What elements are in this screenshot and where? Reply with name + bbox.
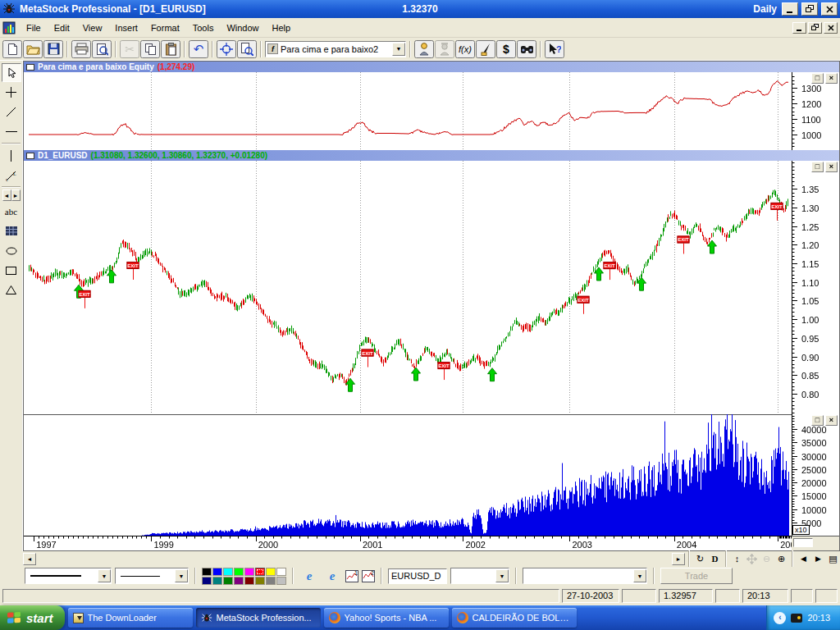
internet-explorer-button-2[interactable]: e xyxy=(322,567,342,585)
taskbar-task-1[interactable]: MetaStock Profession... xyxy=(196,608,321,628)
combo-dropdown-arrow[interactable]: ▼ xyxy=(175,569,188,582)
semilog-scale-tool[interactable]: sL xyxy=(2,166,21,185)
menu-item-format[interactable]: Format xyxy=(144,20,186,36)
palette-color-808080[interactable] xyxy=(266,577,276,585)
palette-color-ffffff[interactable] xyxy=(276,568,286,576)
taskbar-task-2[interactable]: Yahoo! Sports - NBA ... xyxy=(324,608,449,628)
zoom-find-button[interactable] xyxy=(237,40,257,58)
equity-plot[interactable] xyxy=(24,72,792,150)
paste-button[interactable] xyxy=(161,40,180,58)
palette-color-800000[interactable] xyxy=(244,577,254,585)
refresh-button[interactable]: ↻ xyxy=(693,552,707,565)
combo-dropdown-arrow[interactable]: ▼ xyxy=(495,569,509,582)
scroll-right-button[interactable]: ► xyxy=(672,553,685,565)
pane-collapse-box[interactable] xyxy=(26,64,34,71)
menu-item-insert[interactable]: Insert xyxy=(108,20,144,36)
next-chart-button[interactable]: ▶ xyxy=(811,552,825,565)
downloader-button[interactable]: $ xyxy=(496,40,516,58)
menu-item-file[interactable]: File xyxy=(20,20,48,36)
taskbar-task-0[interactable]: The DownLoader xyxy=(68,608,193,628)
trendline-tool[interactable] xyxy=(2,103,21,121)
step-right-button[interactable]: ► xyxy=(11,189,21,201)
crosshair-tool[interactable] xyxy=(2,83,21,102)
tray-app-icon[interactable] xyxy=(791,614,802,623)
copy-button[interactable] xyxy=(140,40,160,58)
palette-color-ff00ff[interactable] xyxy=(244,568,254,576)
layout-page-2-button[interactable]: 2 xyxy=(362,570,375,582)
close-button[interactable] xyxy=(821,2,838,16)
palette-color-808000[interactable] xyxy=(255,577,265,585)
step-left-button[interactable]: ◄ xyxy=(2,189,11,201)
menu-item-edit[interactable]: Edit xyxy=(48,20,76,36)
equity-pane-header[interactable]: Para cima e para baixo Equity (1,274.29) xyxy=(24,62,839,72)
undo-button[interactable]: ↶ xyxy=(189,40,208,58)
save-button[interactable] xyxy=(43,40,63,58)
combo-dropdown-arrow[interactable]: ▼ xyxy=(98,569,111,582)
rectangle-tool[interactable] xyxy=(2,261,21,280)
new-chart-button[interactable] xyxy=(2,40,22,58)
context-help-button[interactable]: ? xyxy=(545,40,564,58)
line-style-combo[interactable]: ▼ xyxy=(25,568,112,584)
crosshair-pointer-button[interactable] xyxy=(217,40,236,58)
start-button[interactable]: start xyxy=(0,605,65,630)
print-preview-button[interactable] xyxy=(92,40,112,58)
menu-item-window[interactable]: Window xyxy=(220,20,265,36)
child-restore-button[interactable] xyxy=(808,22,822,34)
expert-advisor-button[interactable] xyxy=(414,40,434,58)
horizontal-line-tool[interactable] xyxy=(2,122,21,141)
palette-color-008000[interactable] xyxy=(223,577,233,585)
line-weight-combo[interactable]: ▼ xyxy=(115,568,189,584)
order-type-combo[interactable]: ▼ xyxy=(450,568,509,584)
print-button[interactable] xyxy=(71,40,91,58)
palette-color-00ff00[interactable] xyxy=(234,568,244,576)
indicator-builder-button[interactable]: f(x) xyxy=(455,40,475,58)
triangle-tool[interactable] xyxy=(2,281,21,299)
pane-maximize-button[interactable]: □ xyxy=(811,73,824,84)
palette-color-ff0000[interactable] xyxy=(255,568,265,576)
child-minimize-button[interactable] xyxy=(792,22,806,34)
text-tool[interactable]: abc xyxy=(2,202,21,221)
menu-item-tools[interactable]: Tools xyxy=(186,20,221,36)
scroll-left-button[interactable]: ◄ xyxy=(23,553,36,565)
pointer-tool[interactable] xyxy=(2,63,21,82)
symbol-input[interactable]: EURUSD_D xyxy=(388,568,447,584)
pane-close-button[interactable]: × xyxy=(825,415,838,426)
palette-color-ffff00[interactable] xyxy=(266,568,276,576)
combo-dropdown-arrow[interactable]: ▼ xyxy=(392,43,405,56)
find-symbol-button[interactable] xyxy=(517,40,536,58)
palette-color-0000ff[interactable] xyxy=(212,568,222,576)
palette-color-008080[interactable] xyxy=(212,577,222,585)
menu-item-help[interactable]: Help xyxy=(266,20,298,36)
pane-close-button[interactable]: × xyxy=(825,162,838,172)
minimize-button[interactable] xyxy=(782,2,798,16)
price-pane-header[interactable]: D1_EURUSD (1.31080, 1.32600, 1.30860, 1.… xyxy=(24,150,839,161)
pane-maximize-button[interactable]: □ xyxy=(811,415,824,426)
fit-vertical-button[interactable]: ↕ xyxy=(730,552,744,565)
internet-explorer-button[interactable]: e xyxy=(299,567,319,585)
quote-grid-tool[interactable] xyxy=(2,221,21,240)
pane-collapse-box[interactable] xyxy=(26,153,34,159)
open-button[interactable] xyxy=(23,40,43,58)
palette-color-000000[interactable] xyxy=(202,568,212,576)
trade-button[interactable]: Trade xyxy=(660,568,733,584)
expert-advisor-combo[interactable]: f Para cima e para baixo2 ▼ xyxy=(265,41,406,57)
explorer-button[interactable] xyxy=(476,40,495,58)
palette-color-000080[interactable] xyxy=(202,577,212,585)
prev-chart-button[interactable]: ◀ xyxy=(797,552,810,565)
menu-item-view[interactable]: View xyxy=(76,20,109,36)
palette-color-c0c0c0[interactable] xyxy=(276,577,286,585)
periodicity-daily-button[interactable]: D xyxy=(708,552,722,565)
zoom-in-button[interactable]: ⊕ xyxy=(774,552,788,565)
volume-plot[interactable] xyxy=(24,414,792,536)
tray-chevron-icon[interactable]: ‹ xyxy=(774,612,786,624)
vertical-line-tool[interactable] xyxy=(2,146,21,165)
pane-maximize-button[interactable]: □ xyxy=(811,162,824,172)
ellipse-tool[interactable] xyxy=(2,241,21,260)
restore-button[interactable] xyxy=(801,2,818,16)
account-combo[interactable]: ▼ xyxy=(523,568,647,584)
price-plot[interactable] xyxy=(24,161,792,414)
palette-color-800080[interactable] xyxy=(234,577,244,585)
palette-color-00ffff[interactable] xyxy=(223,568,233,576)
taskbar-task-3[interactable]: CALDEIRÃO DE BOLS... xyxy=(452,608,577,628)
combo-dropdown-arrow[interactable]: ▼ xyxy=(633,569,646,582)
